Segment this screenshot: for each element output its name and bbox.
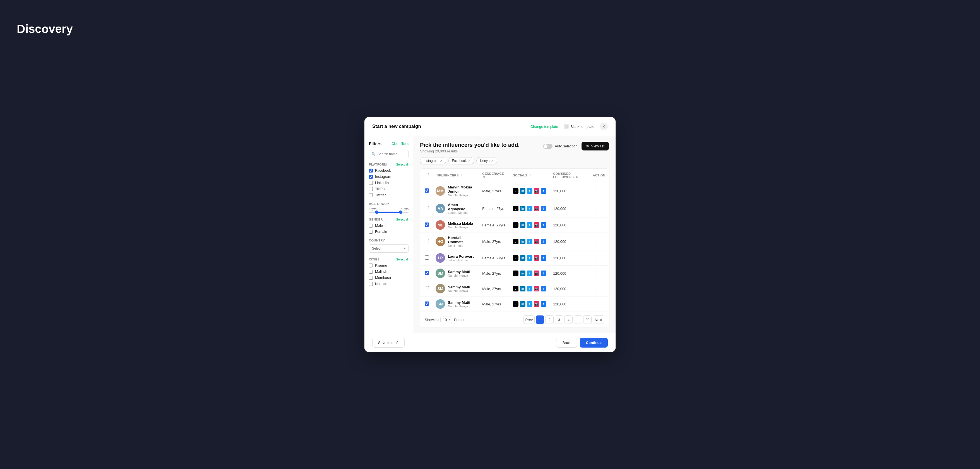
- page-20-button[interactable]: 20: [583, 316, 592, 324]
- linkedin-icon-5[interactable]: in: [520, 271, 525, 276]
- city-kisumu[interactable]: Kisumu: [369, 263, 409, 268]
- page-2-button[interactable]: 2: [545, 316, 554, 324]
- save-draft-button[interactable]: Save to draft: [372, 338, 405, 348]
- twitter-icon-4[interactable]: t: [527, 255, 532, 261]
- age-range-thumb-right[interactable]: [399, 211, 402, 214]
- twitter-icon-5[interactable]: t: [527, 271, 532, 276]
- twitter-icon-0[interactable]: t: [527, 188, 532, 194]
- instagram-icon-0[interactable]: 📷: [534, 188, 539, 194]
- instagram-icon-5[interactable]: 📷: [534, 271, 539, 276]
- city-kisumu-checkbox[interactable]: [369, 263, 373, 268]
- platform-facebook-checkbox[interactable]: [369, 169, 373, 172]
- tiktok-icon-0[interactable]: ♪: [513, 188, 519, 194]
- tiktok-icon-7[interactable]: ♪: [513, 301, 519, 307]
- page-4-button[interactable]: 4: [564, 316, 573, 324]
- platform-instagram-checkbox[interactable]: [369, 175, 373, 179]
- city-mombasa-checkbox[interactable]: [369, 276, 373, 280]
- filter-tag-facebook-remove[interactable]: ×: [468, 159, 471, 163]
- action-dots-5[interactable]: ⋮: [593, 271, 601, 276]
- select-all-checkbox[interactable]: [425, 173, 429, 177]
- tiktok-icon-4[interactable]: ♪: [513, 255, 519, 261]
- row-checkbox-2[interactable]: [425, 222, 429, 227]
- gender-male-checkbox[interactable]: [369, 223, 373, 228]
- instagram-icon-6[interactable]: 📷: [534, 286, 539, 292]
- action-dots-0[interactable]: ⋮: [593, 188, 601, 194]
- action-dots-6[interactable]: ⋮: [593, 286, 601, 292]
- filter-tag-instagram-remove[interactable]: ×: [440, 159, 442, 163]
- gender-sort-icon[interactable]: ⇅: [483, 176, 485, 179]
- gender-female-checkbox[interactable]: [369, 230, 373, 234]
- action-dots-3[interactable]: ⋮: [593, 239, 601, 244]
- instagram-icon-7[interactable]: 📷: [534, 301, 539, 307]
- cities-select-all-button[interactable]: Select all: [396, 258, 409, 261]
- city-nairobi-checkbox[interactable]: [369, 282, 373, 286]
- twitter-icon-1[interactable]: t: [527, 206, 532, 211]
- action-dots-1[interactable]: ⋮: [593, 206, 601, 211]
- twitter-icon-3[interactable]: t: [527, 239, 532, 244]
- clear-filters-button[interactable]: Clear filters: [391, 142, 409, 146]
- action-dots-2[interactable]: ⋮: [593, 222, 601, 228]
- entries-select[interactable]: 10 25 50: [440, 317, 452, 323]
- blank-template-button[interactable]: ⬜ Blank template: [564, 124, 594, 129]
- city-malindi-checkbox[interactable]: [369, 270, 373, 274]
- facebook-icon-1[interactable]: f: [541, 206, 546, 211]
- socials-sort-icon[interactable]: ⇅: [529, 174, 531, 177]
- tiktok-icon-1[interactable]: ♪: [513, 206, 519, 211]
- row-checkbox-6[interactable]: [425, 286, 429, 290]
- prev-page-button[interactable]: Prev: [523, 316, 535, 324]
- close-button[interactable]: ✕: [600, 123, 608, 130]
- facebook-icon-2[interactable]: f: [541, 222, 546, 228]
- platform-select-all-button[interactable]: Select all: [396, 163, 409, 166]
- platform-instagram[interactable]: Instagram: [369, 174, 409, 179]
- facebook-icon-5[interactable]: f: [541, 271, 546, 276]
- age-range-track[interactable]: [369, 212, 409, 213]
- page-3-button[interactable]: 3: [555, 316, 563, 324]
- page-1-button[interactable]: 1: [536, 316, 544, 324]
- platform-twitter-checkbox[interactable]: [369, 193, 373, 197]
- gender-select-all-button[interactable]: Select all: [396, 218, 409, 221]
- instagram-icon-2[interactable]: 📷: [534, 222, 539, 228]
- facebook-icon-0[interactable]: f: [541, 188, 546, 194]
- city-mombasa[interactable]: Mombasa: [369, 276, 409, 280]
- platform-twitter[interactable]: Twitter: [369, 193, 409, 197]
- instagram-icon-1[interactable]: 📷: [534, 206, 539, 211]
- facebook-icon-6[interactable]: f: [541, 286, 546, 292]
- city-malindi[interactable]: Malindi: [369, 270, 409, 274]
- row-checkbox-0[interactable]: [425, 188, 429, 193]
- row-checkbox-1[interactable]: [425, 206, 429, 210]
- platform-tiktok[interactable]: TikTok: [369, 187, 409, 191]
- tiktok-icon-6[interactable]: ♪: [513, 286, 519, 292]
- age-range-thumb-left[interactable]: [375, 211, 379, 214]
- tiktok-icon-5[interactable]: ♪: [513, 271, 519, 276]
- platform-linkedin[interactable]: LinkedIn: [369, 180, 409, 185]
- influencers-sort-icon[interactable]: ⇅: [460, 174, 463, 177]
- action-dots-4[interactable]: ⋮: [593, 255, 601, 261]
- linkedin-icon-6[interactable]: in: [520, 286, 525, 292]
- platform-tiktok-checkbox[interactable]: [369, 187, 373, 191]
- platform-facebook[interactable]: Facebook: [369, 168, 409, 172]
- next-page-button[interactable]: Next: [593, 316, 604, 324]
- instagram-icon-4[interactable]: 📷: [534, 255, 539, 261]
- action-dots-7[interactable]: ⋮: [593, 301, 601, 307]
- filter-tag-kenya-remove[interactable]: ×: [491, 159, 493, 163]
- back-button[interactable]: Back: [556, 338, 577, 348]
- linkedin-icon-4[interactable]: in: [520, 255, 525, 261]
- linkedin-icon-7[interactable]: in: [520, 301, 525, 307]
- change-template-button[interactable]: Change template: [530, 124, 558, 129]
- platform-linkedin-checkbox[interactable]: [369, 181, 373, 185]
- gender-male[interactable]: Male: [369, 223, 409, 228]
- linkedin-icon-1[interactable]: in: [520, 206, 525, 211]
- linkedin-icon-2[interactable]: in: [520, 222, 525, 228]
- facebook-icon-4[interactable]: f: [541, 255, 546, 261]
- auto-selection-toggle[interactable]: [543, 144, 552, 149]
- linkedin-icon-0[interactable]: in: [520, 188, 525, 194]
- facebook-icon-7[interactable]: f: [541, 301, 546, 307]
- row-checkbox-7[interactable]: [425, 302, 429, 306]
- country-select[interactable]: Select Kenya Nigeria India: [369, 244, 409, 253]
- twitter-icon-6[interactable]: t: [527, 286, 532, 292]
- row-checkbox-4[interactable]: [425, 255, 429, 260]
- tiktok-icon-3[interactable]: ♪: [513, 239, 519, 244]
- row-checkbox-3[interactable]: [425, 239, 429, 243]
- view-list-button[interactable]: 👁 View list: [582, 142, 609, 150]
- twitter-icon-7[interactable]: t: [527, 301, 532, 307]
